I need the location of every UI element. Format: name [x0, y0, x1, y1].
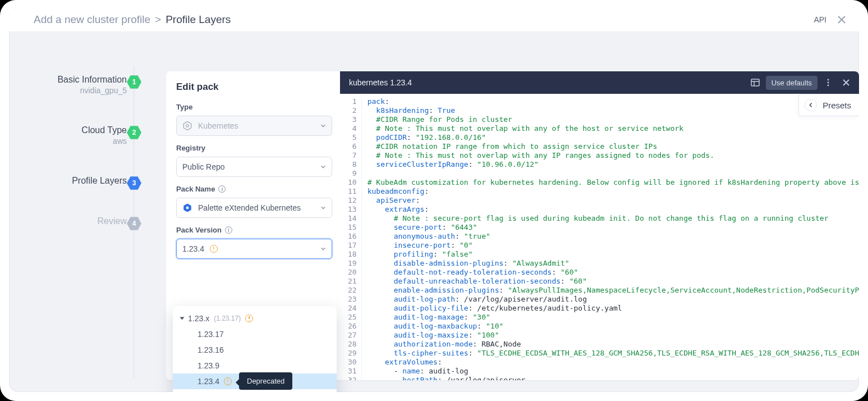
step-subtitle: aws — [9, 136, 127, 145]
api-link[interactable]: API — [814, 15, 826, 24]
version-group-label: 1.23.x — [188, 314, 209, 323]
packname-select[interactable]: Palette eXtended Kubernetes — [176, 198, 332, 218]
chevron-down-icon — [320, 205, 326, 211]
version-option-label: 1.23.9 — [198, 361, 219, 370]
type-value: Kubernetes — [198, 121, 238, 130]
svg-point-5 — [828, 79, 829, 81]
version-option[interactable]: 1.23.9 — [173, 358, 337, 373]
expand-icon — [180, 317, 185, 320]
registry-select[interactable]: Public Repo — [176, 157, 332, 177]
packversion-label: Pack Version i — [176, 226, 332, 234]
version-option-label: 1.23.16 — [198, 345, 224, 354]
close-icon[interactable] — [839, 75, 853, 90]
chevron-down-icon — [320, 246, 326, 252]
deprecated-tooltip: Deprecated — [239, 372, 292, 390]
kubernetes-icon — [182, 203, 192, 213]
step-number-badge: 2 — [127, 125, 141, 140]
svg-point-6 — [828, 82, 829, 84]
warning-icon — [224, 377, 232, 385]
code-content[interactable]: pack: k8sHardening: True #CIDR Range for… — [362, 94, 859, 380]
panel-heading: Edit pack — [176, 81, 332, 93]
presets-toggle[interactable]: Presets — [798, 94, 859, 116]
svg-point-1 — [186, 125, 189, 127]
step-title: Basic Information — [9, 75, 127, 85]
more-icon[interactable] — [821, 75, 835, 90]
code-editor: kubernetes 1.23.4 Use defaults — [340, 71, 859, 380]
packversion-dropdown[interactable]: 1.23.x (1.23.17) 1.23.17 1.23.16 1.23.9 … — [173, 306, 337, 392]
step-number-badge: 4 — [127, 216, 141, 231]
svg-point-3 — [186, 207, 189, 209]
close-icon[interactable] — [837, 15, 847, 25]
version-option-label: 1.23.4 — [198, 377, 219, 386]
use-defaults-button[interactable]: Use defaults — [766, 76, 818, 90]
editor-header: kubernetes 1.23.4 Use defaults — [340, 71, 859, 94]
breadcrumb: Add a new cluster profile > Profile Laye… — [34, 13, 231, 26]
breadcrumb-current: Profile Layers — [166, 13, 231, 26]
step-title: Cloud Type — [9, 125, 127, 135]
info-icon[interactable]: i — [218, 185, 226, 193]
chevron-down-icon — [320, 123, 326, 129]
version-option[interactable]: 1.23.16 — [173, 342, 337, 358]
editor-title: kubernetes 1.23.4 — [349, 78, 412, 87]
edit-pack-panel: Edit pack Type Kubernetes Registry Publi… — [166, 71, 340, 380]
step-title: Review — [9, 216, 127, 226]
registry-label: Registry — [176, 144, 332, 152]
version-group-sub: (1.23.17) — [214, 315, 241, 322]
chevron-down-icon — [320, 164, 326, 170]
chevron-left-icon — [805, 99, 817, 111]
version-group[interactable]: 1.22.x (1.22.12) — [173, 389, 337, 392]
warning-icon — [245, 315, 253, 322]
step-title: Profile Layers — [9, 176, 127, 186]
type-select: Kubernetes — [176, 116, 332, 136]
topbar: Add a new cluster profile > Profile Laye… — [9, 9, 859, 32]
packversion-value: 1.23.4 — [182, 244, 204, 253]
kubernetes-icon — [182, 121, 192, 131]
svg-point-7 — [828, 85, 829, 86]
step-number-badge: 1 — [127, 75, 141, 89]
wizard-step[interactable]: Cloud Type aws 2 — [9, 125, 166, 145]
version-option[interactable]: 1.23.17 — [173, 326, 337, 342]
version-group[interactable]: 1.23.x (1.23.17) — [173, 311, 337, 326]
version-option-label: 1.23.17 — [198, 330, 224, 339]
code-area[interactable]: 1234567891011121314151617181920212223242… — [340, 94, 859, 380]
wizard-step[interactable]: Profile Layers 3 — [9, 176, 166, 186]
info-icon[interactable]: i — [225, 226, 232, 234]
packversion-select[interactable]: 1.23.4 — [176, 239, 332, 259]
warning-icon — [210, 245, 218, 253]
layout-icon[interactable] — [748, 75, 763, 90]
type-label: Type — [176, 103, 332, 111]
wizard-step[interactable]: Review 4 — [9, 216, 166, 226]
packname-value: Palette eXtended Kubernetes — [198, 203, 301, 212]
presets-label: Presets — [823, 101, 851, 110]
registry-value: Public Repo — [182, 162, 225, 171]
version-option[interactable]: 1.23.4 Deprecated — [173, 373, 337, 389]
breadcrumb-sep: > — [155, 13, 161, 26]
wizard-step[interactable]: Basic Information nvidia_gpu_5 1 — [9, 75, 166, 95]
line-gutter: 1234567891011121314151617181920212223242… — [340, 94, 362, 380]
svg-rect-4 — [751, 79, 759, 86]
wizard-steps: Basic Information nvidia_gpu_5 1 Cloud T… — [9, 32, 166, 389]
svg-marker-0 — [183, 122, 191, 130]
step-subtitle: nvidia_gpu_5 — [9, 86, 127, 95]
packname-label: Pack Name i — [176, 185, 332, 193]
breadcrumb-parent[interactable]: Add a new cluster profile — [34, 13, 150, 26]
step-number-badge: 3 — [127, 176, 141, 190]
